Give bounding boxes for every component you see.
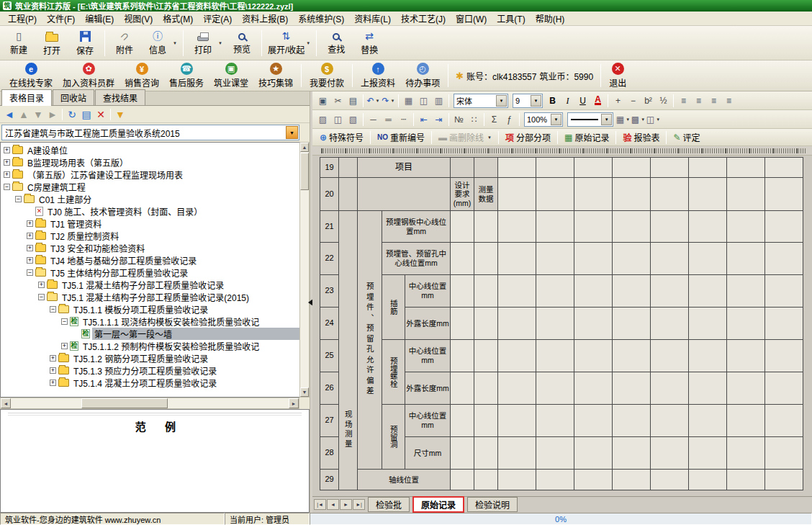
tree-item[interactable]: +TJ5.1.2 钢筋分项工程质量验收记录	[1, 352, 299, 364]
sum-button[interactable]: Σ	[487, 112, 502, 127]
grid-cell[interactable]	[689, 243, 727, 275]
row-header[interactable]: 28	[320, 437, 339, 470]
next-sheet-icon[interactable]: ►	[340, 499, 352, 510]
tree-item[interactable]: −TJ5.1.1 模板分项工程质量验收记录	[1, 303, 299, 315]
grid-cell[interactable]	[765, 372, 803, 405]
bold-button[interactable]: B	[545, 94, 560, 108]
grid-cell[interactable]	[613, 437, 651, 470]
grid-cell[interactable]	[689, 158, 727, 178]
line-style-select[interactable]: ▼	[567, 112, 613, 127]
scroll-down-icon[interactable]: ▼	[300, 387, 309, 397]
cell-row25-label[interactable]: 中心线位置mm	[405, 340, 451, 372]
menu-item[interactable]: 资料上报(B)	[237, 11, 293, 26]
forward-button[interactable]: ►	[45, 107, 60, 122]
italic-button[interactable]: I	[560, 94, 575, 108]
prev-sheet-icon[interactable]: ◄	[327, 499, 339, 510]
tree-item-label[interactable]: TJ5 主体结构分部工程质量验收记录	[48, 266, 190, 279]
font-size-dropdown-icon[interactable]: ▼	[531, 95, 541, 107]
grid-cell[interactable]	[765, 437, 803, 470]
tree-expand-toggle[interactable]: −	[61, 318, 68, 325]
grid-cell[interactable]	[498, 437, 536, 470]
last-sheet-icon[interactable]: ►|	[353, 499, 365, 510]
grid-cell[interactable]	[765, 243, 803, 275]
cell-group-embedded-parts[interactable]: 预埋件、预留孔允许偏差	[358, 211, 382, 470]
tree-item-label[interactable]: A建设单位	[25, 144, 70, 156]
grid-cell[interactable]	[451, 308, 474, 340]
zoom-select[interactable]: 100% ▼	[524, 112, 563, 127]
font-color-button[interactable]: A	[590, 94, 605, 108]
grid-cell[interactable]	[574, 275, 613, 308]
dropdown-arrow-icon[interactable]: ▼	[641, 117, 645, 122]
tree-item[interactable]: +TJ4 地基与基础分部工程质量验收记录	[1, 254, 299, 266]
special-symbol-button[interactable]: ⊕特殊符号	[315, 130, 368, 145]
grid-cell[interactable]	[689, 211, 727, 243]
grid-cell[interactable]	[613, 372, 651, 405]
grid-cell[interactable]	[765, 178, 803, 211]
tree-expand-toggle[interactable]: +	[4, 159, 10, 166]
indent-button[interactable]: ⇥	[431, 112, 446, 127]
menu-item[interactable]: 帮助(H)	[531, 11, 570, 26]
tab-表格目录[interactable]: 表格目录	[1, 89, 52, 106]
up-button[interactable]: ▲	[17, 107, 31, 122]
grid-cell[interactable]	[451, 340, 474, 372]
tree-expand-toggle[interactable]: +	[38, 282, 45, 288]
menu-item[interactable]: 编辑(E)	[80, 11, 119, 26]
grid-cell[interactable]	[474, 243, 498, 275]
tree-item-label[interactable]: TJ3 安全和功能检验资料	[48, 242, 147, 254]
grid-cell[interactable]	[498, 178, 536, 211]
grid-cell[interactable]	[613, 211, 651, 243]
grid-cell[interactable]	[689, 405, 727, 437]
line-style-dropdown-icon[interactable]: ▼	[601, 114, 612, 125]
tree-item-label[interactable]: TJ5.1.1.1 现浇结构模板安装检验批质量验收记	[81, 315, 261, 328]
tree-item[interactable]: +TJ2 质量控制资料	[1, 230, 299, 242]
dropdown-arrow-icon[interactable]: ▼	[626, 117, 630, 122]
tree-expand-toggle[interactable]: +	[50, 355, 56, 362]
dashed-line-button[interactable]: ┄	[396, 112, 411, 127]
format-painter-button[interactable]: ▨	[315, 112, 330, 127]
grid-cell[interactable]	[689, 178, 727, 211]
grid-cell[interactable]	[536, 243, 574, 275]
row-header[interactable]: 27	[320, 405, 339, 437]
grid-cell[interactable]	[689, 275, 727, 308]
paste-button[interactable]: ▤	[346, 94, 361, 108]
tab-回收站[interactable]: 回收站	[53, 89, 94, 105]
tree-expand-toggle[interactable]: +	[61, 343, 68, 349]
tree-item-label[interactable]: TJ5.1 混凝土结构子分部工程质量验收记录	[60, 279, 226, 291]
dropdown-arrow-icon[interactable]: ▼	[656, 117, 660, 122]
grid-cell[interactable]	[498, 405, 536, 437]
save-button[interactable]: 保存	[69, 27, 101, 59]
grid-cell[interactable]	[613, 178, 651, 211]
grid-cell[interactable]	[574, 178, 613, 211]
grid-cell[interactable]	[727, 372, 765, 405]
first-sheet-icon[interactable]: |◄	[314, 499, 326, 510]
cell-row29-label[interactable]: 轴线位置	[358, 470, 451, 490]
grid-cell[interactable]	[358, 178, 451, 211]
strikethrough-line-button[interactable]: ▬画删除线▼	[434, 130, 496, 145]
tree-item-label[interactable]: TJ5.1.1 模板分项工程质量验收记录	[71, 303, 210, 315]
grid-cell[interactable]	[474, 372, 498, 405]
grid-cell[interactable]	[498, 340, 536, 372]
grid-cell[interactable]	[613, 470, 651, 490]
align-right-button[interactable]: ≡	[706, 94, 721, 108]
grid-cell[interactable]	[727, 178, 765, 211]
tree-expand-toggle[interactable]: +	[27, 245, 33, 251]
undo-button[interactable]: ↶▼	[366, 94, 381, 108]
grid-cell[interactable]	[765, 211, 803, 243]
grid-cell[interactable]	[727, 437, 765, 470]
row-header[interactable]: 23	[320, 275, 339, 308]
attachment-button[interactable]: ⊃附件	[109, 27, 140, 59]
cell-measure-data-header[interactable]: 测量数据	[474, 178, 498, 211]
refresh-button[interactable]: ↻	[65, 107, 79, 122]
grid-cell[interactable]	[613, 308, 651, 340]
grid-cell[interactable]	[651, 405, 689, 437]
tree-expand-toggle[interactable]: +	[27, 233, 33, 239]
menu-item[interactable]: 资料库(L)	[349, 11, 396, 26]
grid-cell[interactable]	[689, 372, 727, 405]
back-button[interactable]: ◄	[2, 107, 17, 122]
tree-item[interactable]: +TJ5.1.3 预应力分项工程质量验收记录	[1, 364, 299, 377]
grid-cell[interactable]	[474, 158, 498, 178]
menu-item[interactable]: 评定(A)	[198, 11, 237, 26]
grid-cell[interactable]	[451, 372, 474, 405]
tree-item[interactable]: +TJ3 安全和功能检验资料	[1, 242, 299, 254]
replace-button[interactable]: ⇄替换	[353, 27, 385, 59]
